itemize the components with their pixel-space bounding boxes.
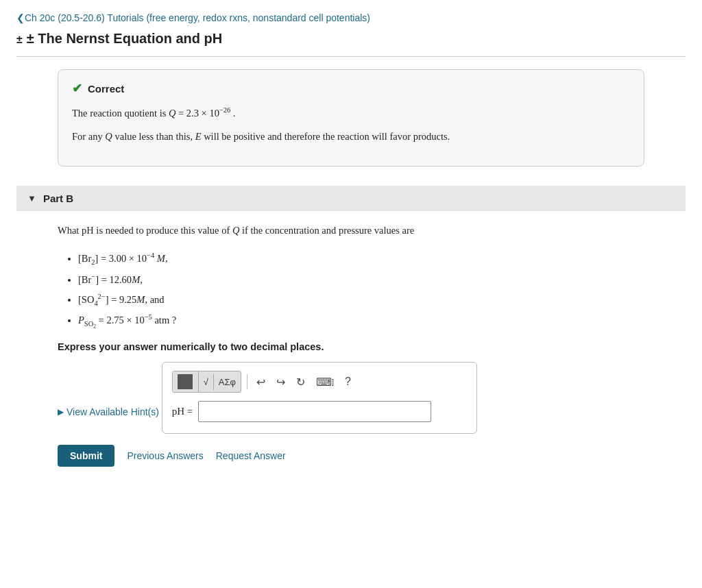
bullet-list: [Br2] = 3.00 × 10−4 M, [Br−] = 12.60M, [… — [58, 249, 644, 332]
undo-btn[interactable]: ↩ — [253, 374, 269, 390]
bullet-4: PSO2 = 2.75 × 10−5 atm ? — [78, 310, 644, 332]
toggle-icon: ± — [16, 34, 23, 45]
correct-line1: The reaction quotient is Q = 2.3 × 10−26… — [72, 104, 630, 121]
answer-input[interactable] — [198, 401, 431, 422]
correct-label: Correct — [88, 83, 124, 95]
square-icon — [178, 374, 193, 389]
bullet-2: [Br−] = 12.60M, — [78, 270, 644, 290]
refresh-icon: ↻ — [296, 376, 305, 389]
toolbar: √ ΑΣφ ↩ ↪ ↻ ⌨ ] ? — [172, 371, 467, 393]
hint-label: View Available Hint(s) — [66, 406, 159, 417]
bottom-actions: Submit Previous Answers Request Answer — [58, 445, 644, 467]
correct-line2: For any Q value less than this, E will b… — [72, 128, 630, 145]
answer-box: √ ΑΣφ ↩ ↪ ↻ ⌨ ] ? — [162, 362, 477, 434]
breadcrumb-text: ❮Ch 20c (20.5-20.6) Tutorials (free ener… — [16, 12, 370, 23]
symbols-label: ΑΣφ — [219, 377, 236, 387]
correct-header: ✔ Correct — [72, 81, 630, 96]
hint-arrow-icon: ▶ — [58, 407, 64, 417]
redo-btn[interactable]: ↪ — [273, 374, 289, 390]
undo-icon: ↩ — [256, 376, 265, 389]
page-title: ±± The Nernst Equation and pH — [16, 31, 686, 47]
correct-content: The reaction quotient is Q = 2.3 × 10−26… — [72, 104, 630, 145]
toolbar-btn-group: √ ΑΣφ — [172, 371, 241, 393]
hint-link[interactable]: ▶ View Available Hint(s) — [58, 406, 159, 417]
submit-label: Submit — [70, 450, 102, 461]
sqrt-icon: √ — [204, 377, 208, 387]
part-b-arrow: ▼ — [27, 193, 36, 204]
square-btn[interactable] — [173, 371, 199, 392]
keyboard-btn[interactable]: ⌨ ] — [313, 374, 337, 390]
correct-box: ✔ Correct The reaction quotient is Q = 2… — [58, 69, 644, 167]
breadcrumb-link[interactable]: ❮Ch 20c (20.5-20.6) Tutorials (free ener… — [16, 12, 370, 23]
previous-answers-link[interactable]: Previous Answers — [127, 450, 203, 461]
ph-label: pH = — [172, 406, 193, 417]
sqrt-btn[interactable]: √ — [199, 374, 214, 390]
divider — [16, 56, 686, 57]
question-text: What pH is needed to produce this value … — [58, 222, 644, 239]
keyboard-suffix: ] — [332, 378, 334, 386]
previous-answers-label: Previous Answers — [127, 450, 203, 461]
bullet-1: [Br2] = 3.00 × 10−4 M, — [78, 249, 644, 270]
express-text: Express your answer numerically to two d… — [58, 341, 644, 352]
toolbar-sep1 — [247, 374, 247, 389]
bullet-3: [SO42−] = 9.25M, and — [78, 290, 644, 311]
request-answer-label: Request Answer — [216, 450, 286, 461]
help-icon: ? — [345, 376, 351, 388]
input-row: pH = — [172, 401, 467, 422]
check-icon: ✔ — [72, 81, 82, 96]
request-answer-link[interactable]: Request Answer — [216, 450, 286, 461]
refresh-btn[interactable]: ↻ — [293, 374, 308, 390]
help-btn[interactable]: ? — [341, 374, 354, 389]
redo-icon: ↪ — [276, 376, 285, 389]
part-b-content: What pH is needed to produce this value … — [16, 211, 686, 480]
submit-button[interactable]: Submit — [58, 445, 114, 467]
keyboard-icon: ⌨ — [316, 376, 332, 389]
part-b-section: ▼ Part B — [16, 186, 686, 211]
symbols-btn[interactable]: ΑΣφ — [214, 374, 241, 390]
part-b-label: Part B — [43, 193, 73, 204]
